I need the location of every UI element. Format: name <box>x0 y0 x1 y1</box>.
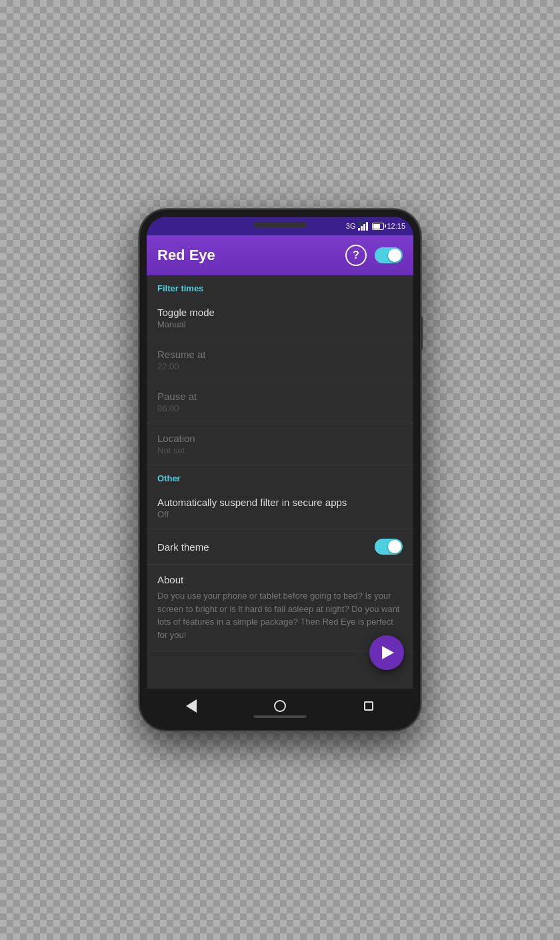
main-toggle[interactable] <box>375 247 403 263</box>
setting-pause-at-label: Pause at <box>157 391 403 402</box>
setting-pause-at-value: 06:00 <box>157 403 403 413</box>
setting-resume-at[interactable]: Resume at 22:00 <box>147 339 413 381</box>
battery-icon <box>372 223 384 230</box>
about-section: About Do you use your phone or tablet be… <box>147 565 413 651</box>
setting-auto-suspend[interactable]: Automatically suspend filter in secure a… <box>147 487 413 529</box>
about-title: About <box>157 574 403 585</box>
phone-device: 3G 12:15 Red Eye ? Filter times <box>140 210 420 730</box>
help-button[interactable]: ? <box>345 245 367 266</box>
setting-toggle-mode-value: Manual <box>157 319 403 329</box>
network-indicator: 3G <box>346 222 356 230</box>
setting-auto-suspend-text: Automatically suspend filter in secure a… <box>157 497 403 519</box>
app-title: Red Eye <box>157 247 345 264</box>
back-icon <box>186 699 197 713</box>
setting-resume-at-value: 22:00 <box>157 361 403 371</box>
dark-theme-toggle[interactable] <box>375 539 403 555</box>
setting-toggle-mode-text: Toggle mode Manual <box>157 307 403 329</box>
nav-back-button[interactable] <box>178 693 205 719</box>
section-header-filter-times: Filter times <box>147 275 413 297</box>
setting-pause-at[interactable]: Pause at 06:00 <box>147 381 413 423</box>
nav-recent-button[interactable] <box>355 693 382 719</box>
setting-auto-suspend-value: Off <box>157 509 403 519</box>
dark-theme-toggle-knob <box>388 540 401 553</box>
setting-resume-at-text: Resume at 22:00 <box>157 349 403 371</box>
setting-toggle-mode-label: Toggle mode <box>157 307 403 318</box>
fab-play-button[interactable] <box>369 635 404 670</box>
status-bar: 3G 12:15 <box>147 217 413 235</box>
setting-toggle-mode[interactable]: Toggle mode Manual <box>147 297 413 339</box>
setting-dark-theme-text: Dark theme <box>157 541 375 553</box>
app-bar: Red Eye ? <box>147 235 413 275</box>
setting-resume-at-label: Resume at <box>157 349 403 360</box>
setting-location-value: Not set <box>157 445 403 455</box>
clock: 12:15 <box>387 222 405 230</box>
power-button[interactable] <box>420 317 423 350</box>
setting-pause-at-text: Pause at 06:00 <box>157 391 403 413</box>
setting-location-text: Location Not set <box>157 433 403 455</box>
toggle-knob <box>388 249 401 262</box>
setting-auto-suspend-label: Automatically suspend filter in secure a… <box>157 497 403 508</box>
signal-icon <box>358 221 368 231</box>
play-icon <box>382 646 394 659</box>
setting-dark-theme-label: Dark theme <box>157 541 375 553</box>
about-text: Do you use your phone or tablet before g… <box>157 589 403 641</box>
nav-bar <box>147 689 413 723</box>
settings-content: Filter times Toggle mode Manual Resume a… <box>147 275 413 689</box>
home-icon <box>274 700 286 712</box>
setting-dark-theme[interactable]: Dark theme <box>147 529 413 565</box>
section-header-other: Other <box>147 465 413 487</box>
phone-bottom-bar <box>253 715 307 718</box>
setting-location[interactable]: Location Not set <box>147 423 413 465</box>
setting-location-label: Location <box>157 433 403 444</box>
recent-icon <box>364 701 373 711</box>
